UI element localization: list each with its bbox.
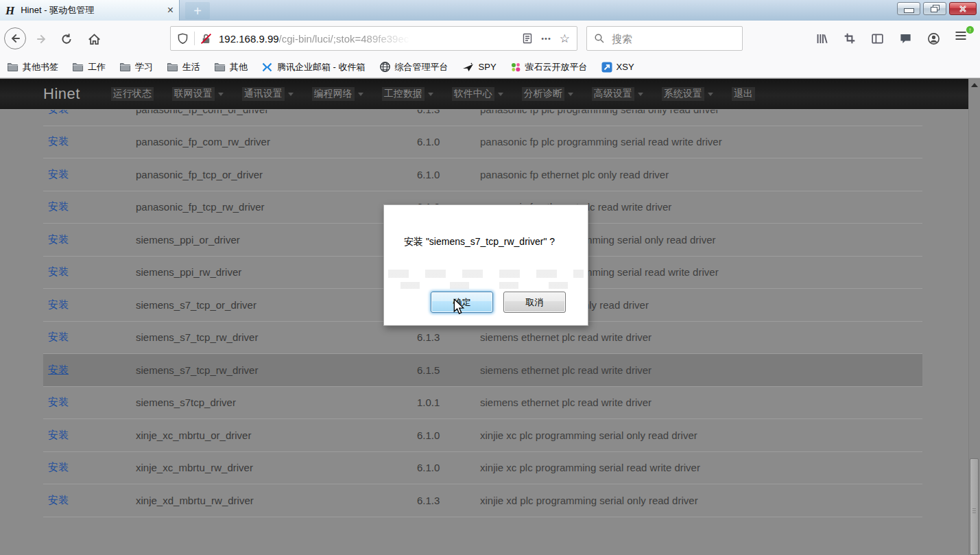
bookmark-item[interactable]: SPY bbox=[462, 62, 497, 73]
install-link[interactable]: 安装 bbox=[43, 364, 136, 377]
menu-button[interactable]: ↑ bbox=[954, 29, 972, 47]
reload-button[interactable] bbox=[58, 30, 75, 48]
bookmark-item[interactable]: 综合管理平台 bbox=[379, 61, 449, 73]
site-brand[interactable]: Hinet bbox=[43, 85, 80, 103]
bookmark-label: SPY bbox=[479, 62, 497, 72]
chevron-down-icon bbox=[708, 93, 713, 96]
nav-menu-item[interactable]: 分析诊断 bbox=[522, 87, 573, 101]
close-icon bbox=[959, 5, 967, 12]
install-link[interactable]: 安装 bbox=[43, 168, 136, 181]
home-icon bbox=[88, 33, 101, 46]
bookmark-label: 其他 bbox=[230, 61, 248, 73]
home-button[interactable] bbox=[85, 30, 103, 48]
restore-button[interactable] bbox=[923, 2, 946, 15]
nav-menu-item[interactable]: 编程网络 bbox=[312, 87, 363, 101]
minimize-button[interactable] bbox=[897, 2, 920, 15]
page-scrollbar[interactable] bbox=[968, 79, 980, 555]
scroll-up-button[interactable] bbox=[969, 79, 980, 91]
folder-icon bbox=[214, 62, 226, 72]
dialog-artifact-stripe bbox=[388, 270, 584, 278]
driver-description: xinjie xd plc programming serial only re… bbox=[480, 495, 922, 506]
site-navbar: Hinet 运行状态联网设置通讯设置编程网络工控数据软件中心分析诊断高级设置系统… bbox=[0, 79, 968, 110]
driver-description: siemens ethernet plc read write driver bbox=[480, 364, 922, 376]
install-link[interactable]: 安装 bbox=[43, 298, 136, 311]
install-link[interactable]: 安装 bbox=[43, 331, 136, 344]
url-bar[interactable]: 192.168.9.99/cgi-bin/luci/;stok=489fe39e… bbox=[170, 26, 577, 51]
new-tab-button[interactable]: + bbox=[185, 2, 210, 19]
bookmark-item[interactable]: 其他 bbox=[214, 61, 248, 73]
driver-name: siemens_s7_tcp_or_driver bbox=[136, 299, 417, 311]
tab-title: Hinet - 驱动包管理 bbox=[21, 4, 163, 16]
library-icon[interactable] bbox=[815, 32, 828, 45]
nav-menu-item[interactable]: 高级设置 bbox=[592, 87, 643, 101]
reader-view-icon[interactable] bbox=[522, 33, 533, 44]
nav-menu-item[interactable]: 系统设置 bbox=[662, 87, 713, 101]
table-row: 安装panasonic_fp_com_rw_driver6.1.0panason… bbox=[43, 126, 922, 159]
chevron-down-icon bbox=[568, 93, 573, 96]
nav-item-label: 退出 bbox=[732, 87, 755, 101]
driver-version: 1.0.1 bbox=[417, 397, 480, 408]
foxmail-icon bbox=[261, 62, 273, 73]
sidebar-icon[interactable] bbox=[871, 32, 884, 45]
install-link[interactable]: 安装 bbox=[43, 494, 136, 507]
driver-name: xinje_xc_mbrtu_rw_driver bbox=[136, 462, 417, 473]
bookmark-item[interactable]: 腾讯企业邮箱 - 收件箱 bbox=[261, 61, 366, 73]
globe-icon bbox=[379, 61, 391, 73]
nav-menu-item[interactable]: 运行状态 bbox=[111, 87, 154, 101]
chat-bubble-icon[interactable] bbox=[899, 32, 912, 45]
insecure-lock-icon[interactable] bbox=[200, 33, 212, 45]
close-button[interactable] bbox=[949, 2, 977, 15]
page-actions-icon[interactable]: ••• bbox=[541, 34, 551, 43]
nav-menu-item[interactable]: 退出 bbox=[732, 87, 755, 101]
bookmarks-bar: 其他书签工作学习生活其他腾讯企业邮箱 - 收件箱综合管理平台SPY萤石云开放平台… bbox=[0, 56, 980, 78]
nav-menu-item[interactable]: 联网设置 bbox=[172, 87, 224, 101]
chevron-down-icon bbox=[288, 93, 294, 96]
url-path: /cgi-bin/luci/;stok=489fe39ec7 bbox=[279, 33, 415, 45]
active-tab[interactable]: H Hinet - 驱动包管理 × bbox=[0, 0, 180, 21]
install-link[interactable]: 安装 bbox=[43, 396, 136, 409]
driver-version: 6.1.0 bbox=[417, 169, 480, 180]
bookmark-label: 综合管理平台 bbox=[395, 61, 449, 73]
install-link[interactable]: 安装 bbox=[43, 200, 136, 213]
mouse-cursor bbox=[453, 299, 465, 316]
search-bar[interactable] bbox=[586, 26, 743, 51]
nav-item-label: 编程网络 bbox=[312, 87, 355, 101]
nav-menu-item[interactable]: 软件中心 bbox=[452, 87, 503, 101]
minimize-icon bbox=[904, 8, 914, 13]
nav-item-label: 运行状态 bbox=[111, 87, 154, 101]
nav-menu-item[interactable]: 通讯设置 bbox=[242, 87, 294, 101]
back-button[interactable] bbox=[4, 27, 26, 49]
url-text[interactable]: 192.168.9.99/cgi-bin/luci/;stok=489fe39e… bbox=[219, 33, 515, 45]
bookmark-item[interactable]: 生活 bbox=[167, 61, 200, 73]
install-link[interactable]: 安装 bbox=[43, 135, 136, 148]
bookmark-star-icon[interactable]: ☆ bbox=[560, 33, 570, 45]
bookmark-item[interactable]: 学习 bbox=[119, 61, 153, 73]
bookmark-item[interactable]: XSY bbox=[601, 62, 634, 73]
chevron-down-icon bbox=[358, 93, 363, 96]
install-link[interactable]: 安装 bbox=[43, 265, 136, 279]
tracking-protection-shield-icon[interactable] bbox=[177, 33, 189, 45]
forward-button[interactable] bbox=[33, 30, 51, 48]
tab-close-icon[interactable]: × bbox=[167, 5, 174, 16]
search-input[interactable] bbox=[610, 32, 730, 45]
install-link[interactable]: 安装 bbox=[43, 429, 136, 442]
driver-name: siemens_ppi_or_driver bbox=[136, 234, 417, 246]
driver-version: 6.1.3 bbox=[417, 331, 480, 343]
scrollbar-thumb[interactable] bbox=[970, 458, 979, 555]
cancel-button[interactable]: 取消 bbox=[503, 292, 566, 313]
bookmark-label: 萤石云开放平台 bbox=[525, 61, 588, 73]
spy-icon bbox=[462, 62, 475, 73]
browser-toolbar: 192.168.9.99/cgi-bin/luci/;stok=489fe39e… bbox=[0, 21, 980, 56]
account-icon[interactable] bbox=[927, 32, 940, 45]
driver-version: 6.1.0 bbox=[417, 462, 480, 473]
bookmark-item[interactable]: 其他书签 bbox=[7, 61, 58, 73]
screenshot-icon[interactable] bbox=[844, 32, 856, 45]
driver-name: siemens_s7_tcp_rw_driver bbox=[136, 364, 417, 376]
install-link[interactable]: 安装 bbox=[43, 461, 136, 474]
restore-icon bbox=[931, 5, 940, 12]
reload-icon bbox=[60, 33, 73, 45]
bookmark-item[interactable]: 萤石云开放平台 bbox=[510, 61, 588, 73]
nav-menu-item[interactable]: 工控数据 bbox=[382, 87, 433, 101]
install-link[interactable]: 安装 bbox=[43, 233, 136, 246]
bookmark-item[interactable]: 工作 bbox=[72, 61, 106, 73]
